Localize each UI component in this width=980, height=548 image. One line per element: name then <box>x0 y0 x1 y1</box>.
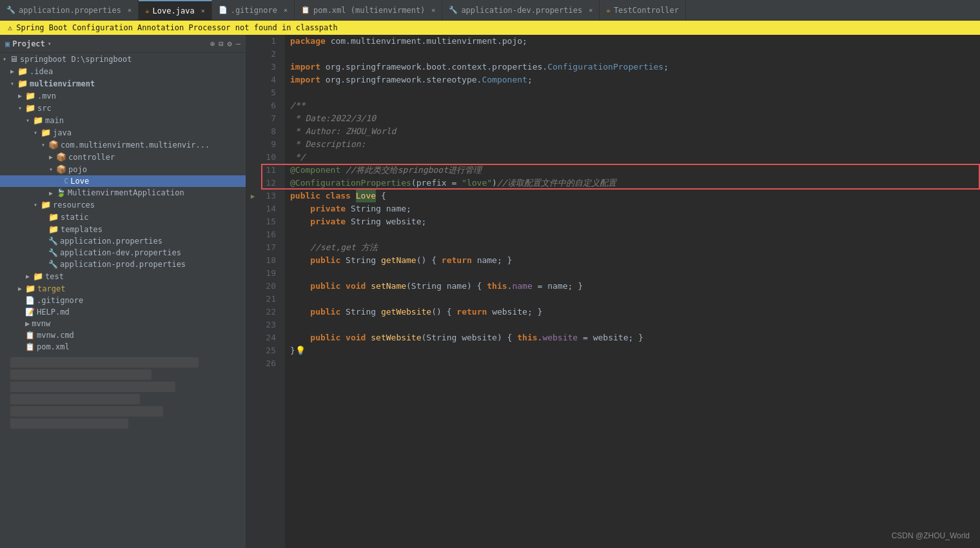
props-icon: 🔧 <box>48 248 58 257</box>
keyword-return: return <box>442 254 477 267</box>
collapse-arrow: ▶ <box>49 153 53 161</box>
tab-test-controller[interactable]: ☕ TestController <box>600 0 686 20</box>
tree-label: com.multienvirment.multienvir... <box>61 141 210 150</box>
tab-label: application-dev.properties <box>461 6 582 15</box>
placeholder: ▶ <box>41 261 45 268</box>
line-num-14: 14 <box>259 202 280 215</box>
code-line-7: * Date:2022/3/10 <box>290 112 980 125</box>
tree-app-props[interactable]: ▶ 🔧 application.properties <box>0 235 246 247</box>
tab-love-java[interactable]: ☕ Love.java ✕ <box>139 0 212 20</box>
tree-mvnw[interactable]: ▶ ▶ mvnw <box>0 318 246 329</box>
tab-close-button[interactable]: ✕ <box>589 6 593 14</box>
tab-pom-xml[interactable]: 📋 pom.xml (multienvirment) ✕ <box>295 0 442 20</box>
code-container[interactable]: ▶ 1 2 3 4 5 6 <box>246 35 980 548</box>
tree-app-dev-props[interactable]: ▶ 🔧 application-dev.properties <box>0 247 246 259</box>
close-icon[interactable]: — <box>236 39 240 48</box>
gutter-8 <box>246 125 259 138</box>
placeholder: ▶ <box>49 190 53 197</box>
tree-resources[interactable]: ▾ 📁 resources <box>0 199 246 211</box>
tree-target[interactable]: ▶ 📁 target <box>0 282 246 295</box>
annotation-component: @Component <box>290 164 340 177</box>
field-ref: name; } <box>477 254 513 267</box>
project-tree: ▾ 🖥 springboot D:\springboot ▶ 📁 .idea ▾… <box>0 53 246 436</box>
tree-help-md[interactable]: ▶ 📝 HELP.md <box>0 306 246 318</box>
sidebar-title: Project <box>12 39 45 48</box>
settings-icon[interactable]: ⚙ <box>228 39 232 48</box>
tab-label: application.properties <box>19 6 121 15</box>
code-line-11: @Component //将此类交给springboot进行管理 <box>290 164 980 177</box>
tree-mvnw-cmd[interactable]: ▶ 📋 mvnw.cmd <box>0 329 246 341</box>
tab-close-button[interactable]: ✕ <box>201 7 205 14</box>
tree-controller[interactable]: ▶ 📦 controller <box>0 151 246 163</box>
gutter-24 <box>246 331 259 344</box>
tree-static[interactable]: ▶ 📁 static <box>0 211 246 223</box>
line-num-7: 7 <box>259 112 280 125</box>
collapse-arrow: ▶ <box>10 68 14 75</box>
code-editor[interactable]: package com.multienvirment.multienvirmen… <box>285 35 980 548</box>
tree-src[interactable]: ▾ 📁 src <box>0 102 246 114</box>
tree-label: .mvn <box>37 92 56 101</box>
tree-test[interactable]: ▶ 📁 test <box>0 270 246 282</box>
tree-mvn[interactable]: ▶ 📁 .mvn <box>0 90 246 102</box>
line-num-18: 18 <box>259 254 280 267</box>
tree-root-springboot[interactable]: ▾ 🖥 springboot D:\springboot <box>0 53 246 65</box>
inline-comment: //将此类交给springboot进行管理 <box>340 164 482 177</box>
line-num-1: 1 <box>259 35 280 48</box>
placeholder: ▶ <box>41 250 45 257</box>
code-line-6: /** <box>290 99 980 112</box>
keyword-this: this <box>517 331 537 344</box>
field-name: website; <box>386 215 427 228</box>
tree-gitignore[interactable]: ▶ 📄 .gitignore <box>0 295 246 306</box>
gutter-11 <box>246 164 259 177</box>
code-line-20: public void setName (String name) { this… <box>290 280 980 293</box>
tab-close-button[interactable]: ✕ <box>431 6 435 14</box>
tree-java[interactable]: ▾ 📁 java <box>0 126 246 139</box>
gutter-9 <box>246 138 259 151</box>
tab-close-button[interactable]: ✕ <box>128 6 132 14</box>
tab-close-button[interactable]: ✕ <box>284 6 288 14</box>
tree-templates[interactable]: ▶ 📁 templates <box>0 223 246 235</box>
md-icon: 📝 <box>25 308 35 317</box>
keyword-private: private <box>310 215 351 228</box>
method-name: getName <box>381 254 416 267</box>
file-icon: 📄 <box>25 296 35 305</box>
semicolon: ; <box>663 61 669 73</box>
project-icon: ▣ <box>5 39 10 48</box>
bulb-icon[interactable]: 💡 <box>295 344 306 357</box>
method-body: () { <box>416 254 442 267</box>
tree-multienvirment[interactable]: ▾ 📁 multienvirment <box>0 77 246 90</box>
line-num-16: 16 <box>259 228 280 241</box>
tree-love-class[interactable]: ▶ C Love <box>0 175 246 187</box>
tab-gitignore[interactable]: 📄 .gitignore ✕ <box>212 0 295 20</box>
expand-arrow: ▾ <box>18 104 22 112</box>
tree-idea[interactable]: ▶ 📁 .idea <box>0 65 246 77</box>
tree-app-prod-props[interactable]: ▶ 🔧 application-prod.properties <box>0 259 246 270</box>
tree-pom-xml[interactable]: ▶ 📋 pom.xml <box>0 341 246 353</box>
gear-icon[interactable]: ⊕ <box>210 39 215 48</box>
line-num-20: 20 <box>259 280 280 293</box>
comment: /** <box>290 99 305 112</box>
expand-arrow: ▾ <box>10 80 14 87</box>
tree-app-class[interactable]: ▶ 🍃 MultienvirmentApplication <box>0 187 246 199</box>
keyword-import: import <box>290 61 326 73</box>
collapse-icon[interactable]: ⊟ <box>219 39 223 48</box>
sidebar-toolbar: ⊕ ⊟ ⚙ — <box>210 39 240 48</box>
tree-pojo[interactable]: ▾ 📦 pojo <box>0 163 246 175</box>
comment: * Date:2022/3/10 <box>290 112 376 125</box>
folder-icon: 📁 <box>25 91 35 101</box>
tree-com-package[interactable]: ▾ 📦 com.multienvirment.multienvir... <box>0 139 246 151</box>
tab-application-dev[interactable]: 🔧 application-dev.properties ✕ <box>442 0 600 20</box>
java-icon: ☕ <box>145 6 150 15</box>
code-line-17: //set,get 方法 <box>290 241 980 254</box>
paren: (String website) { <box>422 331 518 344</box>
indent <box>290 241 310 254</box>
line-numbers: 1 2 3 4 5 6 7 8 9 10 11 12 13 14 15 16 1… <box>259 35 285 548</box>
gutter-13[interactable]: ▶ <box>246 190 259 202</box>
warning-icon: ⚠ <box>8 23 12 32</box>
indent <box>290 202 310 215</box>
collapse-arrow: ▶ <box>41 226 45 233</box>
dropdown-icon[interactable]: ▾ <box>48 40 52 47</box>
tree-label: target <box>37 284 65 293</box>
tab-application-properties[interactable]: 🔧 application.properties ✕ <box>0 0 139 20</box>
tree-main[interactable]: ▾ 📁 main <box>0 114 246 126</box>
